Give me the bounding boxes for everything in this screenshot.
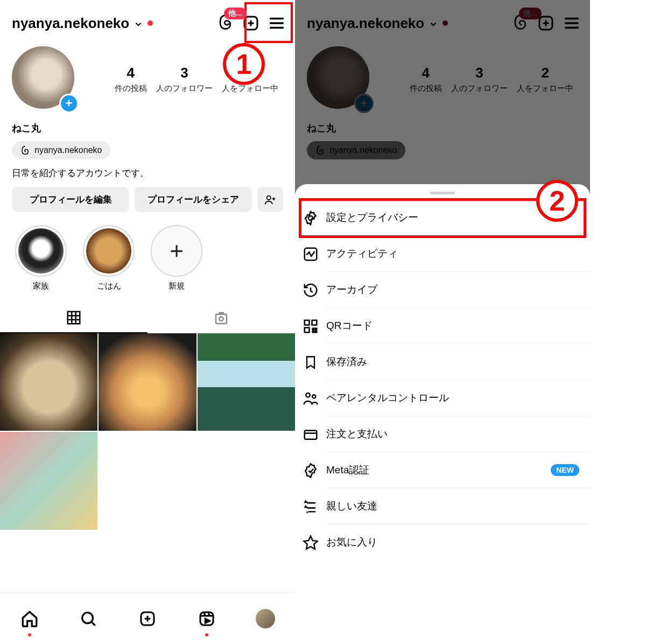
profile-tabs [0,304,295,333]
nav-reels[interactable] [193,605,220,632]
svg-rect-14 [216,314,227,324]
post-thumbnail[interactable] [0,333,97,431]
menu-item-activity[interactable]: アクティビティ [295,236,590,272]
menu-label: 親しい友達 [326,488,590,524]
highlight-food[interactable]: ごはん [83,225,135,291]
username-switcher[interactable]: nyanya.nekoneko [12,15,129,32]
nav-profile[interactable] [252,605,279,632]
menu-drawer-screen: nyanya.nekoneko 他... + [295,0,590,644]
menu-sheet: 設定とプライバシー アクティビティ アーカイブ QRコード [295,184,590,644]
threads-icon[interactable]: 他... [217,14,236,32]
svg-rect-43 [305,430,317,439]
menu-label: Meta認証 NEW [326,452,590,488]
svg-rect-36 [305,327,310,332]
menu-label: 注文と支払い [326,416,590,452]
svg-rect-37 [313,328,314,330]
menu-label: 保存済み [326,344,590,380]
svg-point-6 [267,195,271,199]
share-profile-button[interactable]: プロフィールをシェア [135,187,252,212]
menu-item-archive[interactable]: アーカイブ [295,272,590,308]
menu-item-close-friends[interactable]: 親しい友達 [295,488,590,524]
star-icon [295,534,326,550]
nav-home[interactable] [16,605,43,632]
menu-item-orders[interactable]: 注文と支払い [295,416,590,452]
threads-handle-text: nyanya.nekoneko [34,145,102,155]
menu-item-meta-verified[interactable]: Meta認証 NEW [295,452,590,488]
menu-label: アクティビティ [326,236,590,272]
threads-handle-pill[interactable]: nyanya.nekoneko [12,141,110,159]
step2-callout: 2 [536,180,578,222]
svg-point-16 [82,612,93,623]
svg-marker-50 [304,536,318,549]
menu-label: QRコード [326,308,590,344]
discover-people-button[interactable] [257,187,283,212]
tab-grid-posts[interactable] [0,304,148,333]
svg-rect-35 [312,320,317,325]
svg-point-42 [312,395,315,398]
svg-rect-40 [315,331,317,332]
tab-tagged[interactable] [148,304,295,333]
svg-point-41 [306,393,310,397]
nav-search[interactable] [75,605,102,632]
menu-item-parental[interactable]: ペアレンタルコントロール [295,380,590,416]
profile-avatar[interactable]: + [12,46,78,112]
svg-marker-46 [305,506,306,507]
qr-icon [295,318,326,334]
post-thumbnail[interactable] [198,333,295,431]
svg-rect-38 [315,328,317,330]
svg-rect-39 [313,331,314,332]
sheet-drag-handle[interactable] [430,192,455,194]
post-thumbnail[interactable] [99,333,196,431]
story-highlights: 家族 ごはん + 新規 [0,222,295,298]
edit-profile-button[interactable]: プロフィールを編集 [12,187,129,212]
new-badge: NEW [551,464,579,476]
stat-posts-count: 4 [115,65,147,81]
display-name: ねこ丸 [0,112,295,138]
nav-notification-dot [28,633,31,636]
highlight-new[interactable]: + 新規 [151,225,202,291]
highlight-family[interactable]: 家族 [15,225,67,291]
archive-icon [295,282,326,298]
nav-avatar-icon [256,609,275,628]
threads-notification-badge: 他... [224,8,247,19]
stat-followers-label: 人のフォロワー [156,83,213,94]
nav-create[interactable] [134,605,161,632]
bookmark-icon [295,355,326,370]
notification-dot [148,20,153,26]
close-friends-icon [295,499,326,514]
verified-icon [295,463,326,479]
stat-posts[interactable]: 4 件の投稿 [115,65,147,94]
chevron-down-icon[interactable] [134,19,143,29]
stat-followers-count: 3 [156,65,213,81]
step1-callout: 1 [223,43,265,85]
profile-header: nyanya.nekoneko 他... [0,0,295,41]
profile-screen: 1 nyanya.nekoneko 他... + [0,0,295,644]
gear-icon [295,210,326,226]
stat-following-label: 人をフォロー中 [222,83,278,94]
svg-marker-45 [305,501,306,502]
menu-label: ペアレンタルコントロール [326,380,590,416]
menu-item-saved[interactable]: 保存済み [295,344,590,380]
svg-rect-9 [68,312,80,324]
highlight-label: 新規 [151,281,202,291]
activity-icon [295,246,326,262]
menu-item-qr[interactable]: QRコード [295,308,590,344]
posts-grid [0,333,295,530]
menu-item-favorites[interactable]: お気に入り [295,524,590,560]
parental-icon [295,390,326,407]
post-thumbnail[interactable] [0,432,97,529]
add-story-badge[interactable]: + [59,94,79,113]
threads-small-icon [20,145,30,155]
svg-point-15 [219,317,223,321]
highlight-label: ごはん [83,281,135,291]
svg-rect-34 [305,320,310,325]
menu-label: アーカイブ [326,272,590,308]
svg-marker-25 [205,619,209,623]
hamburger-menu-button[interactable] [266,12,287,34]
card-icon [295,426,326,443]
stat-followers[interactable]: 3 人のフォロワー [156,65,213,94]
stat-posts-label: 件の投稿 [115,83,147,94]
profile-bio: 日常を紹介するアカウントです。 [0,159,295,187]
menu-label: お気に入り [326,524,590,560]
bottom-nav [0,592,295,644]
